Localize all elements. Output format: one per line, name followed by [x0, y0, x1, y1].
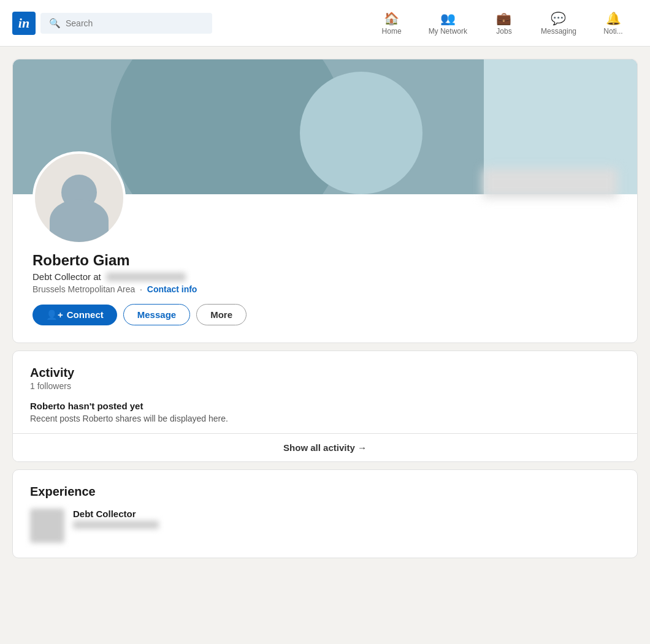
avatar-wrapper	[32, 151, 126, 244]
nav-item-my-network[interactable]: 👥 My Network	[419, 6, 477, 40]
experience-details: Debt Collector	[73, 509, 620, 531]
avatar-silhouette	[35, 154, 123, 242]
nav-item-notifications[interactable]: 🔔 Noti...	[589, 6, 638, 40]
navbar-right: 🏠 Home 👥 My Network 💼 Jobs 💬 Messaging 🔔…	[367, 6, 638, 40]
linkedin-logo-text: in	[18, 15, 29, 31]
connect-plus-icon: 👤+	[46, 309, 63, 320]
navbar: in 🔍 🏠 Home 👥 My Network 💼 Jobs 💬 Messag…	[0, 0, 650, 47]
navbar-left: in 🔍	[12, 12, 212, 35]
nav-item-messaging[interactable]: 💬 Messaging	[531, 6, 586, 40]
profile-top-right-blur	[483, 169, 618, 198]
profile-card: Roberto Giam Debt Collector at Brussels …	[12, 59, 638, 343]
activity-card: Activity 1 followers Roberto hasn't post…	[12, 350, 638, 462]
messaging-icon: 💬	[551, 11, 566, 26]
nav-label-notifications: Noti...	[603, 27, 622, 36]
more-button[interactable]: More	[196, 304, 247, 325]
experience-company-logo	[30, 509, 64, 543]
search-icon: 🔍	[49, 18, 61, 29]
search-input[interactable]	[66, 18, 204, 28]
main-content: Roberto Giam Debt Collector at Brussels …	[6, 47, 644, 578]
connect-label: Connect	[67, 309, 104, 320]
nav-label-home: Home	[382, 27, 402, 36]
experience-body: Experience Debt Collector	[13, 470, 637, 558]
silhouette-body	[50, 199, 109, 242]
followers-count: 1 followers	[30, 381, 620, 391]
nav-label-jobs: Jobs	[496, 27, 511, 36]
jobs-icon: 💼	[496, 11, 511, 26]
search-bar-container[interactable]: 🔍	[40, 13, 212, 34]
nav-item-home[interactable]: 🏠 Home	[367, 6, 416, 40]
message-label: Message	[137, 309, 176, 320]
nav-label-my-network: My Network	[429, 27, 467, 36]
profile-actions: 👤+ Connect Message More	[32, 304, 618, 325]
linkedin-logo[interactable]: in	[12, 12, 36, 35]
no-posts-desc: Recent posts Roberto shares will be disp…	[30, 414, 620, 423]
experience-item: Debt Collector	[30, 509, 620, 543]
experience-company-name-blurred	[73, 521, 159, 529]
message-button[interactable]: Message	[123, 304, 190, 325]
my-network-icon: 👥	[440, 11, 456, 26]
contact-info-link[interactable]: Contact info	[147, 284, 197, 294]
profile-info-section: Roberto Giam Debt Collector at Brussels …	[13, 151, 637, 343]
profile-name: Roberto Giam	[32, 252, 618, 269]
show-all-activity-button[interactable]: Show all activity →	[13, 433, 637, 461]
experience-section-title: Experience	[30, 485, 620, 499]
profile-title: Debt Collector at	[32, 271, 618, 282]
home-icon: 🏠	[384, 11, 399, 26]
experience-card: Experience Debt Collector	[12, 469, 638, 558]
company-name-blurred	[106, 273, 186, 281]
experience-job-title: Debt Collector	[73, 509, 620, 519]
no-posts-title: Roberto hasn't posted yet	[30, 401, 620, 411]
nav-label-messaging: Messaging	[541, 27, 576, 36]
more-label: More	[210, 309, 232, 320]
activity-section-title: Activity	[30, 366, 620, 380]
activity-body: Activity 1 followers Roberto hasn't post…	[13, 351, 637, 433]
job-title-prefix: Debt Collector at	[32, 271, 101, 282]
location-text: Brussels Metropolitan Area	[32, 284, 135, 294]
notifications-icon: 🔔	[606, 11, 621, 26]
connect-button[interactable]: 👤+ Connect	[32, 305, 117, 325]
profile-location: Brussels Metropolitan Area · Contact inf…	[32, 284, 618, 294]
avatar	[32, 151, 126, 244]
nav-item-jobs[interactable]: 💼 Jobs	[480, 6, 529, 40]
